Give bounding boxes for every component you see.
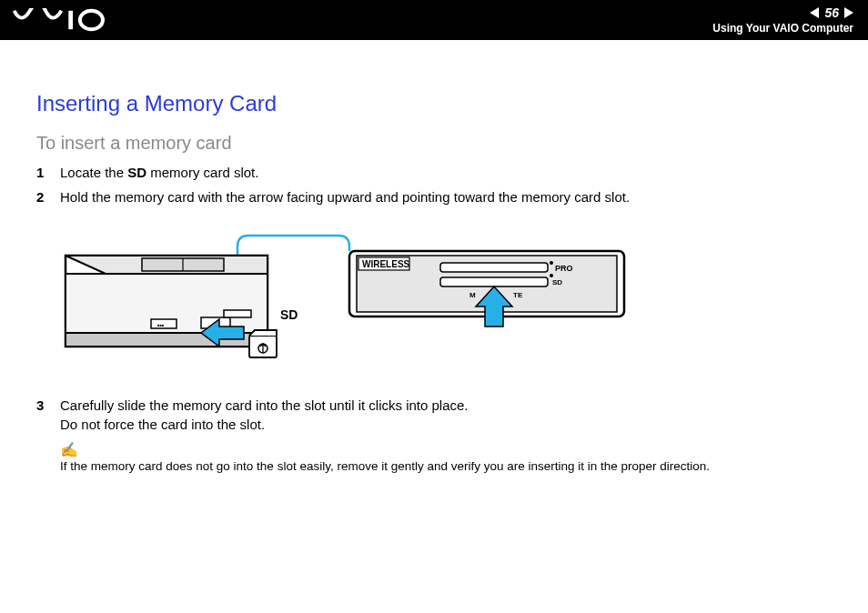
step-text-bold: SD (127, 165, 146, 180)
step-text-suffix: memory card slot. (146, 165, 258, 180)
svg-rect-14 (440, 263, 548, 272)
svg-rect-16 (440, 277, 548, 286)
step-3: 3 Carefully slide the memory card into t… (36, 396, 832, 434)
svg-rect-8 (224, 310, 251, 317)
svg-point-17 (550, 274, 553, 277)
svg-point-15 (550, 261, 553, 265)
step-2: 2 Hold the memory card with the arrow fa… (36, 187, 832, 206)
breadcrumb: Using Your VAIO Computer (712, 22, 853, 35)
step-text: Hold the memory card with the arrow faci… (60, 187, 832, 206)
mte-label: M (469, 291, 476, 299)
step-text-line2: Do not force the card into the slot. (60, 417, 265, 432)
sd-side-label: SD (280, 307, 298, 322)
prev-page-icon[interactable] (810, 7, 819, 18)
step-number: 1 (36, 163, 60, 182)
step-number: 3 (36, 396, 60, 434)
step-number: 2 (36, 187, 60, 206)
step-text: Carefully slide the memory card into the… (60, 396, 832, 434)
note: ✍ If the memory card does not go into th… (60, 443, 832, 473)
port-label: ■■■ (157, 323, 165, 327)
step-text-prefix: Carefully slide the memory card into the… (60, 397, 469, 413)
svg-point-1 (80, 11, 103, 29)
page-number: 56 (824, 5, 839, 20)
page-content: Inserting a Memory Card To insert a memo… (0, 40, 868, 491)
page-title: Inserting a Memory Card (36, 91, 832, 116)
figure: ■■■ SD (60, 228, 832, 374)
sd-front-label: SD (552, 278, 562, 286)
note-icon: ✍ (60, 443, 832, 457)
step-1: 1 Locate the SD memory card slot. (36, 163, 832, 182)
next-page-icon[interactable] (844, 7, 853, 18)
note-text: If the memory card does not go into the … (60, 459, 832, 473)
step-text-prefix: Locate the (60, 165, 127, 180)
mte-label-suffix: TE (513, 291, 523, 299)
pro-label: PRO (555, 264, 573, 273)
wireless-label: WIRELESS (362, 259, 410, 269)
header-right: 56 Using Your VAIO Computer (712, 5, 853, 35)
step-text: Locate the SD memory card slot. (60, 163, 832, 182)
page-nav: 56 (810, 5, 853, 20)
page-subtitle: To insert a memory card (36, 133, 832, 154)
vaio-logo (13, 8, 113, 32)
memory-card-diagram: ■■■ SD (60, 228, 642, 374)
svg-rect-0 (68, 11, 73, 29)
step-text-prefix: Hold the memory card with the arrow faci… (60, 189, 630, 205)
header-bar: 56 Using Your VAIO Computer (0, 0, 868, 40)
